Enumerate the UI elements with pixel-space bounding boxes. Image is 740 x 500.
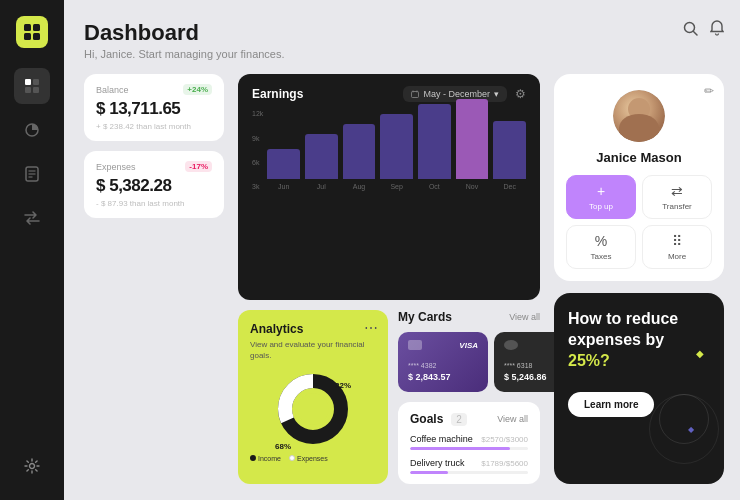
chart-bar-Oct[interactable]: [418, 104, 451, 179]
goal-item-0: Coffee machine $2570/$3000: [410, 434, 528, 450]
goal-progress-1: [410, 471, 448, 474]
cards-list: VISA **** 4382 $ 2,843.57 **** 63: [398, 332, 540, 392]
chart-label-Jun: Jun: [278, 183, 289, 190]
chart-bar-Sep[interactable]: [380, 114, 413, 179]
sidebar-item-transfers[interactable]: [14, 200, 50, 236]
svg-point-13: [30, 464, 35, 469]
my-cards-section: My Cards View all VISA **** 4382: [398, 310, 540, 392]
profile-card: ✏ Janice Mason + Top up ⇄ Transfer: [554, 74, 724, 281]
goal-item-1: Delivery truck $1789/$5600: [410, 458, 528, 474]
expenses-amount: $ 5,382.28: [96, 176, 212, 196]
app-logo[interactable]: [16, 16, 48, 48]
chart-label-Oct: Oct: [429, 183, 440, 190]
tips-deco-circle-2: [649, 394, 719, 464]
header-actions: [683, 20, 724, 40]
top-up-button[interactable]: + Top up: [566, 175, 636, 219]
chart-label-Dec: Dec: [503, 183, 515, 190]
expenses-label: Expenses: [96, 162, 136, 172]
goal-bar-1: [410, 471, 528, 474]
analytics-percent-income: 68%: [275, 442, 291, 451]
chart-label-Sep: Sep: [390, 183, 402, 190]
chart-bar-Dec[interactable]: [493, 121, 526, 179]
search-icon[interactable]: [683, 21, 698, 40]
earnings-title: Earnings: [252, 87, 303, 101]
tips-card: How to reduce expenses by 25%? ◆ ◆ Learn…: [554, 293, 724, 484]
more-icon: ⠿: [672, 233, 682, 249]
chart-bar-group: Dec: [493, 121, 526, 190]
sidebar-item-analytics[interactable]: [14, 112, 50, 148]
action-grid: + Top up ⇄ Transfer % Taxes ⠿ More: [566, 175, 712, 269]
svg-rect-0: [24, 24, 31, 31]
sidebar-item-dashboard[interactable]: [14, 68, 50, 104]
edit-profile-icon[interactable]: ✏: [704, 84, 714, 98]
svg-rect-7: [33, 87, 39, 93]
goal-amounts-0: $2570/$3000: [481, 435, 528, 444]
balance-sub: + $ 238.42 than last month: [96, 122, 212, 131]
chart-bar-group: Sep: [380, 114, 413, 190]
chart-bar-group: Jun: [267, 149, 300, 190]
chart-bar-Aug[interactable]: [343, 124, 376, 179]
avatar: [613, 90, 665, 142]
analytics-card: ⋯ Analytics View and evaluate your finan…: [238, 310, 388, 484]
learn-more-button[interactable]: Learn more: [568, 392, 654, 417]
chart-label-Nov: Nov: [466, 183, 478, 190]
balance-label: Balance: [96, 85, 129, 95]
balance-badge: +24%: [183, 84, 212, 95]
expenses-card: Expenses -17% $ 5,382.28 - $ 87.93 than …: [84, 151, 224, 218]
goal-progress-0: [410, 447, 510, 450]
svg-point-21: [297, 393, 329, 425]
header: Dashboard Hi, Janice. Start managing you…: [84, 20, 724, 60]
tips-highlight: 25%?: [568, 352, 610, 369]
goals-view-all[interactable]: View all: [497, 414, 528, 424]
chart-bar-group: Oct: [418, 104, 451, 190]
middle-column: Earnings May - December ▾ ⚙: [238, 74, 540, 484]
diamond-icon-2: ◆: [688, 425, 694, 434]
goal-name-0: Coffee machine: [410, 434, 473, 444]
card-number-0: **** 4382: [408, 362, 478, 369]
taxes-icon: %: [595, 233, 607, 249]
chart-label-Aug: Aug: [353, 183, 365, 190]
bell-icon[interactable]: [710, 20, 724, 40]
header-subtitle: Hi, Janice. Start managing your finances…: [84, 48, 285, 60]
svg-rect-4: [25, 79, 31, 85]
chart-bar-group: Aug: [343, 124, 376, 190]
analytics-more-icon[interactable]: ⋯: [364, 320, 378, 336]
top-up-icon: +: [597, 183, 605, 199]
svg-rect-3: [33, 33, 40, 40]
svg-rect-2: [24, 33, 31, 40]
card-item-0[interactable]: VISA **** 4382 $ 2,843.57: [398, 332, 488, 392]
svg-rect-5: [33, 79, 39, 85]
transfer-label: Transfer: [662, 202, 692, 211]
svg-line-15: [694, 31, 698, 35]
chart-bar-Nov[interactable]: [456, 99, 489, 179]
right-panel: ✏ Janice Mason + Top up ⇄ Transfer: [554, 74, 724, 484]
earnings-chart: 12k 9k 6k 3k JunJulAugSepOctNovDec: [252, 110, 526, 190]
transfer-button[interactable]: ⇄ Transfer: [642, 175, 712, 219]
more-label: More: [668, 252, 686, 261]
chart-bar-Jul[interactable]: [305, 134, 338, 179]
sidebar-item-documents[interactable]: [14, 156, 50, 192]
chart-label-Jul: Jul: [317, 183, 326, 190]
goals-count: 2: [451, 413, 467, 426]
expenses-badge: -17%: [185, 161, 212, 172]
analytics-percent-expenses: 32%: [335, 381, 351, 390]
taxes-button[interactable]: % Taxes: [566, 225, 636, 269]
content-row: Balance +24% $ 13,711.65 + $ 238.42 than…: [84, 74, 724, 484]
goals-title: Goals: [410, 412, 443, 426]
analytics-title: Analytics: [250, 322, 376, 336]
chart-bar-group: Jul: [305, 134, 338, 190]
chart-bar-group: Nov: [456, 99, 489, 190]
chart-bar-Jun[interactable]: [267, 149, 300, 179]
balance-card: Balance +24% $ 13,711.65 + $ 238.42 than…: [84, 74, 224, 141]
goal-name-1: Delivery truck: [410, 458, 465, 468]
left-column: Balance +24% $ 13,711.65 + $ 238.42 than…: [84, 74, 224, 484]
more-button[interactable]: ⠿ More: [642, 225, 712, 269]
chart-settings-icon[interactable]: ⚙: [515, 87, 526, 101]
svg-rect-6: [25, 87, 31, 93]
svg-rect-16: [412, 92, 419, 98]
goal-amounts-1: $1789/$5600: [481, 459, 528, 468]
avatar-image: [613, 90, 665, 142]
balance-amount: $ 13,711.65: [96, 99, 212, 119]
settings-icon[interactable]: [14, 448, 50, 484]
cards-view-all[interactable]: View all: [509, 312, 540, 322]
